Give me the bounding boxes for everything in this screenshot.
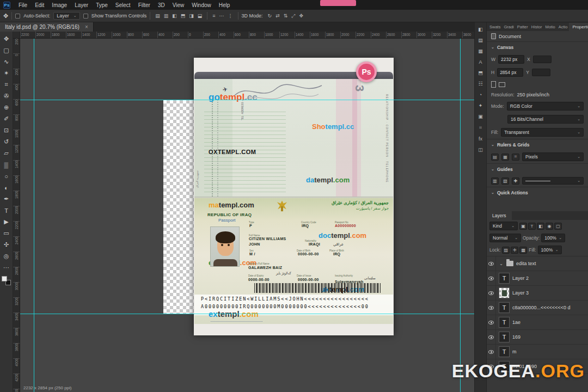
- layer-row[interactable]: Layer 3: [487, 286, 588, 301]
- panel-styles-icon[interactable]: ✦: [479, 103, 483, 108]
- eraser-tool[interactable]: ▱: [1, 148, 13, 159]
- visibility-toggle[interactable]: [487, 330, 496, 345]
- layer-row[interactable]: T Layer 2: [487, 271, 588, 286]
- panel-tab[interactable]: Motio: [543, 23, 556, 31]
- vertical-guide[interactable]: [34, 39, 34, 392]
- visibility-toggle[interactable]: [487, 315, 496, 330]
- panel-grid-icon[interactable]: ⌗: [479, 125, 482, 131]
- vertical-ruler[interactable]: 2000200400600800100012001400160018002000…: [13, 39, 20, 392]
- type-tool[interactable]: T: [1, 205, 13, 216]
- panel-tab[interactable]: Patter: [516, 23, 530, 31]
- ruler-origin-corner[interactable]: [13, 32, 20, 39]
- y-field[interactable]: [532, 69, 550, 76]
- crop-tool[interactable]: ⌗: [1, 79, 13, 90]
- text-layer-thumbnail[interactable]: T: [499, 332, 510, 342]
- menu-item[interactable]: 3D: [154, 1, 169, 9]
- pen-tool[interactable]: ✒: [1, 193, 13, 205]
- guide-clear-icon[interactable]: ✚: [512, 177, 519, 185]
- panel-paragraph-icon[interactable]: ⬒: [478, 70, 483, 76]
- tab-layers[interactable]: Layers: [487, 211, 512, 220]
- panel-adjustments-icon[interactable]: ☷: [478, 81, 482, 87]
- text-layer-thumbnail[interactable]: T: [499, 317, 510, 328]
- group-expand-chevron-icon[interactable]: ⌄: [499, 261, 504, 266]
- width-field[interactable]: 2232 px: [498, 55, 524, 64]
- clone-stamp-tool[interactable]: ⊡: [1, 125, 13, 136]
- shape-tool[interactable]: ▭: [1, 228, 13, 239]
- 3d-drag-icon[interactable]: ⇅: [282, 13, 290, 20]
- guide-color-icon[interactable]: ▥: [491, 177, 499, 185]
- layer-row[interactable]: T m: [487, 345, 588, 359]
- canvas-area[interactable]: ✈ 3 RELATIONSHIP · CONTACT PERSON · TELE…: [20, 39, 474, 392]
- guide-lock-icon[interactable]: ▧: [501, 177, 509, 185]
- dodge-tool[interactable]: ◐: [1, 182, 13, 193]
- panel-tab[interactable]: Gradi: [502, 23, 515, 31]
- 3d-rotate-icon[interactable]: ↻: [266, 13, 274, 20]
- visibility-toggle[interactable]: [487, 271, 496, 286]
- filter-type-layers-icon[interactable]: T: [528, 223, 536, 230]
- menu-item[interactable]: Window: [188, 1, 215, 9]
- align-vertical-centers-icon[interactable]: ◨: [187, 13, 195, 19]
- align-left-edges-icon[interactable]: ▤: [154, 13, 162, 19]
- menu-item[interactable]: Type: [92, 1, 112, 9]
- guides-section-header[interactable]: ⌄ Guides: [487, 164, 588, 175]
- grid-toggle-icon[interactable]: ▦: [501, 154, 509, 161]
- layer-name[interactable]: Layer 3: [512, 290, 529, 296]
- blur-tool[interactable]: ○: [1, 170, 13, 182]
- align-bottom-edges-icon[interactable]: ⬓: [196, 13, 204, 19]
- distribute-horizontal-icon[interactable]: ⋯: [218, 13, 226, 19]
- align-horizontal-centers-icon[interactable]: ▥: [162, 13, 170, 19]
- 3d-roll-icon[interactable]: ⇄: [274, 13, 281, 20]
- menu-item[interactable]: Layer: [71, 1, 92, 9]
- lasso-tool[interactable]: ∿: [1, 56, 13, 68]
- menu-item[interactable]: Edit: [31, 1, 48, 9]
- hand-tool[interactable]: ✣: [1, 239, 13, 250]
- visibility-toggle[interactable]: [487, 301, 496, 315]
- panel-character-icon[interactable]: A: [479, 59, 482, 65]
- visibility-toggle[interactable]: [487, 256, 496, 271]
- quick-selection-tool[interactable]: ✶: [1, 68, 13, 79]
- layer-name[interactable]: 169: [512, 334, 520, 340]
- filter-smart-objects-icon[interactable]: ▢: [554, 223, 562, 230]
- align-top-edges-icon[interactable]: ⬒: [179, 13, 187, 19]
- x-field[interactable]: [533, 56, 552, 63]
- canvas-section-header[interactable]: ⌄ Canvas: [487, 42, 588, 53]
- panel-effects-icon[interactable]: fx: [479, 136, 482, 142]
- auto-select-checkbox[interactable]: [15, 14, 20, 19]
- filter-pixel-layers-icon[interactable]: ▣: [519, 223, 527, 230]
- snap-toggle-icon[interactable]: ⌗: [512, 154, 519, 161]
- fill-amount-field[interactable]: 100%⌄: [538, 246, 562, 254]
- 3d-slide-icon[interactable]: ⤢: [290, 13, 297, 20]
- document-tab[interactable]: Italy id.psd @ 20.7% (RGB/16) ×: [0, 22, 94, 32]
- mode-select[interactable]: RGB Color⌄: [507, 102, 584, 111]
- panel-histogram-icon[interactable]: ◔: [479, 92, 482, 97]
- text-layer-thumbnail[interactable]: T: [499, 302, 510, 313]
- panel-tab[interactable]: Actio: [557, 23, 569, 31]
- layer-row[interactable]: T c8a000000...<<<<<<<<0 d: [487, 301, 588, 315]
- healing-brush-tool[interactable]: ⊕: [1, 102, 13, 113]
- image-layer-thumbnail[interactable]: [499, 287, 510, 298]
- path-selection-tool[interactable]: ▶: [1, 216, 13, 228]
- panel-tab[interactable]: Histor: [530, 23, 544, 31]
- show-transform-checkbox[interactable]: [83, 14, 88, 19]
- filter-adjustment-layers-icon[interactable]: ◉: [546, 223, 553, 230]
- fill-select[interactable]: Transparent⌄: [501, 128, 584, 137]
- filter-shape-layers-icon[interactable]: ◧: [537, 223, 544, 230]
- move-tool[interactable]: ✥: [1, 33, 13, 45]
- tab-close-icon[interactable]: ×: [85, 24, 88, 30]
- ruler-toggle-icon[interactable]: ▤: [491, 154, 499, 161]
- lock-position-icon[interactable]: ✛: [511, 247, 518, 254]
- guide-style-select[interactable]: ⌄: [522, 177, 584, 185]
- layer-name[interactable]: c8a000000...<<<<<<<<0 d: [512, 305, 571, 310]
- align-right-edges-icon[interactable]: ◧: [170, 13, 179, 19]
- marquee-tool[interactable]: ▢: [1, 45, 13, 56]
- toolbar-ellipsis-icon[interactable]: ⋯: [1, 262, 13, 273]
- layer-row[interactable]: T 169: [487, 330, 588, 345]
- units-select[interactable]: Pixels⌄: [522, 152, 584, 161]
- panel-tab[interactable]: Swats: [488, 23, 502, 31]
- auto-select-dropdown[interactable]: Layer ⌄: [53, 12, 79, 20]
- vertical-guide[interactable]: [460, 39, 461, 392]
- opacity-field[interactable]: 100%⌄: [541, 234, 565, 242]
- history-brush-tool[interactable]: ↺: [1, 136, 13, 148]
- layer-name[interactable]: m: [512, 349, 517, 354]
- landscape-orientation-icon[interactable]: [499, 82, 505, 87]
